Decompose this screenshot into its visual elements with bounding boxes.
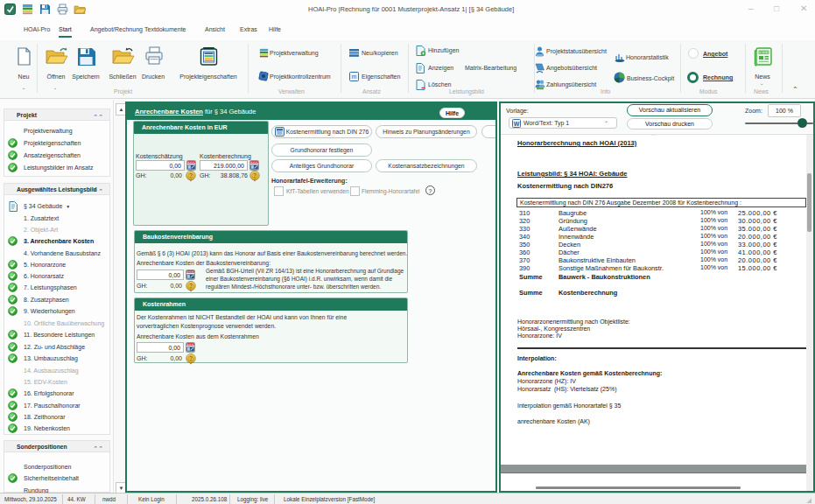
svg-text:W: W (514, 121, 520, 127)
svg-text:m: m (352, 74, 357, 80)
svg-text:NEWS: NEWS (759, 51, 769, 54)
svg-text:?: ? (189, 355, 193, 361)
svg-text:?: ? (189, 283, 193, 289)
svg-text:?: ? (253, 172, 256, 178)
svg-text:?: ? (189, 172, 193, 178)
